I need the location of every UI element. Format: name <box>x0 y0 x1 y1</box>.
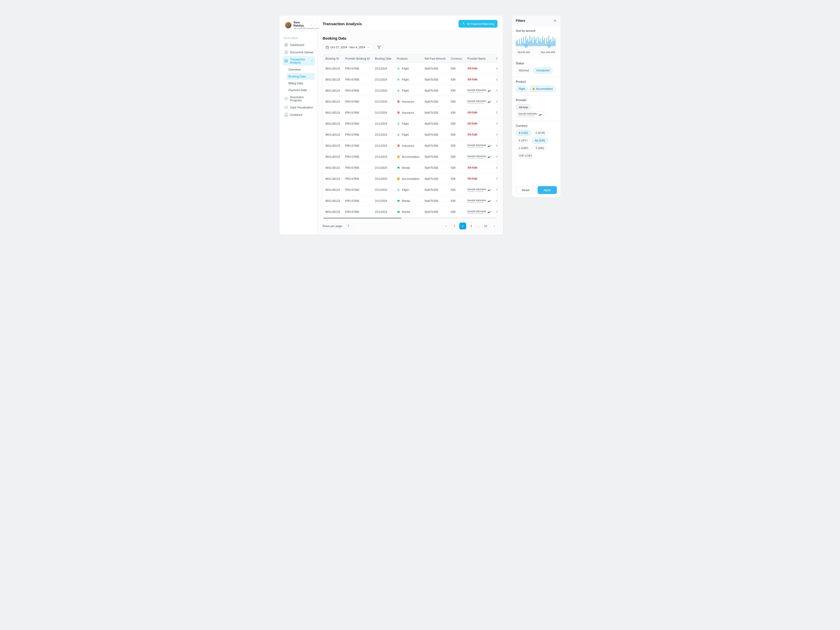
cell-booking-date: 2/11/2024 <box>372 151 394 162</box>
col-currency[interactable]: Currency <box>448 54 465 63</box>
flight-icon <box>396 122 400 125</box>
col-provider-booking-id[interactable]: Provider Booking ID <box>343 54 372 63</box>
cell-provider: AirAsia <box>465 118 494 129</box>
cell-product: Flight <box>394 129 422 140</box>
subnav-payment-data[interactable]: Payment Data <box>286 87 315 93</box>
chip-inr[interactable]: ₹ (INR) <box>533 145 547 151</box>
apply-button[interactable]: Apply <box>538 186 557 194</box>
col-products[interactable]: Products <box>394 54 422 63</box>
col-extra[interactable]: F <box>494 54 497 63</box>
chip-accomodation[interactable]: Accomodation <box>529 86 556 92</box>
provider-label: Provider <box>516 98 557 102</box>
cell-net-fare: Rp879.000 <box>422 173 448 184</box>
nav-label: Resolution Progress <box>290 96 313 102</box>
cell-extra: C <box>494 74 497 85</box>
filter-actions: Reset Apply <box>512 183 561 197</box>
filters-header: Filters <box>512 16 561 26</box>
reset-button[interactable]: Reset <box>516 186 535 194</box>
nav-transaction-analysis[interactable]: Transaction Analysis <box>283 56 315 66</box>
cell-provider-booking-id: PRV-67890 <box>343 184 372 195</box>
cell-product: Accomodation <box>394 173 422 184</box>
svg-rect-2 <box>286 45 287 46</box>
cell-provider-booking-id: PRV-67890 <box>343 129 372 140</box>
flight-icon <box>396 133 400 136</box>
ai-button-label: AI Powered Matching <box>467 22 494 25</box>
svg-rect-3 <box>285 45 286 46</box>
table-row: BKG-00123PRV-678902/11/2024FlightRp879.0… <box>323 129 497 140</box>
chip-garuda[interactable]: Garuda IndonesiaThe Airline of Indonesia <box>516 112 545 118</box>
cell-net-fare: Rp879.000 <box>422 195 448 206</box>
sidebar: Sara Natalya saranath@example.com MAIN M… <box>279 16 317 235</box>
col-booking-date[interactable]: Booking Date <box>372 54 394 63</box>
pagination: 1 2 3 ... 10 <box>442 223 497 229</box>
cell-booking-date: 2/11/2024 <box>372 118 394 129</box>
subnav-overview[interactable]: Overview <box>286 66 315 73</box>
cell-provider-booking-id: PRV-67890 <box>343 151 372 162</box>
cell-currency: IDR <box>448 173 465 184</box>
page-2-button[interactable]: 2 <box>459 223 466 229</box>
nav-document-upload[interactable]: Document Upload <box>283 49 315 56</box>
filter-button[interactable] <box>375 44 383 51</box>
subnav-booking-data[interactable]: Booking Data <box>286 73 315 80</box>
flight-icon <box>396 89 400 92</box>
cell-product: Insurance <box>394 140 422 151</box>
chip-flight[interactable]: Flight <box>516 86 528 92</box>
cell-booking-id: BKG-00123 <box>323 63 343 74</box>
cell-extra: C <box>494 151 497 162</box>
rows-per-page-select[interactable]: 7 <box>345 223 354 229</box>
cell-provider: Garuda IndonesiaThe Airline of Indonesia <box>465 96 494 107</box>
close-icon[interactable] <box>553 19 557 22</box>
cell-booking-id: BKG-00123 <box>323 118 343 129</box>
chip-eur[interactable]: € (EUR) <box>533 130 548 136</box>
page-3-button[interactable]: 3 <box>468 223 475 229</box>
subnav: Overview Booking Data Billing Data Payme… <box>283 66 315 93</box>
nav-data-visualization[interactable]: Data Visualization <box>283 104 315 111</box>
page-last-button[interactable]: 10 <box>482 223 489 229</box>
chip-gbp[interactable]: £ (GBP) <box>516 145 531 151</box>
subnav-billing-data[interactable]: Billing Data <box>286 80 315 87</box>
page-1-button[interactable]: 1 <box>451 223 458 229</box>
svg-rect-22 <box>399 157 399 157</box>
horizontal-scrollbar[interactable] <box>323 217 497 219</box>
page-ellipsis: ... <box>476 224 481 227</box>
cell-provider: AirAsia <box>465 63 494 74</box>
chip-jpy[interactable]: ¥ (JPY) <box>516 137 530 144</box>
svg-rect-0 <box>285 44 286 45</box>
toolbar: Oct 27, 2024 - Nov 4, 2024 <box>323 44 497 51</box>
currency-label: Currency <box>516 124 557 127</box>
nav-guidance[interactable]: Guidance <box>283 111 315 118</box>
cell-provider: Garuda IndonesiaThe Airline of Indonesia <box>465 151 494 162</box>
col-provider-name[interactable]: Provider Name <box>465 54 494 63</box>
cell-net-fare: Rp879.000 <box>422 206 448 217</box>
page-next-button[interactable] <box>491 223 497 229</box>
rows-per-page-value: 7 <box>347 224 349 227</box>
page-title: Transaction Analysis <box>323 22 362 26</box>
table-row: BKG-00123PRV-678902/11/2024RentalRp879.0… <box>323 206 497 217</box>
cell-extra: C <box>494 195 497 206</box>
provider-airasia: AirAsia <box>467 122 477 125</box>
cell-net-fare: Rp879.000 <box>422 151 448 162</box>
amount-max-input[interactable] <box>539 49 557 55</box>
chip-idr[interactable]: Rp (IDR) <box>532 137 548 144</box>
chip-unmatched[interactable]: Unmatched <box>533 68 552 74</box>
nav-label: Document Upload <box>290 51 313 54</box>
user-card[interactable]: Sara Natalya saranath@example.com <box>283 19 315 32</box>
cell-extra: C <box>494 173 497 184</box>
date-range-button[interactable]: Oct 27, 2024 - Nov 4, 2024 <box>323 44 373 51</box>
col-booking-id[interactable]: Booking ID <box>323 54 343 63</box>
nav-dashboard[interactable]: Dashboard <box>283 41 315 48</box>
cell-net-fare: Rp879.000 <box>422 184 448 195</box>
page-prev-button[interactable] <box>442 223 449 229</box>
chip-usd[interactable]: $ (USD) <box>516 130 531 136</box>
amount-min-input[interactable] <box>516 49 534 55</box>
amount-histogram[interactable] <box>516 35 557 46</box>
cell-provider: Garuda IndonesiaThe Airline of Indonesia <box>465 85 494 96</box>
ai-matching-button[interactable]: AI Powered Matching <box>459 20 497 28</box>
cell-provider-booking-id: PRV-67890 <box>343 107 372 118</box>
user-name: Sara Natalya <box>294 21 307 27</box>
chip-airasia[interactable]: AirAsia <box>516 104 531 110</box>
chip-matched[interactable]: Matched <box>516 68 532 74</box>
chip-chf[interactable]: CHF (CHF) <box>516 153 535 159</box>
col-net-fare[interactable]: Net Fare Amount <box>422 54 448 63</box>
nav-resolution-progress[interactable]: Resolution Progress <box>283 94 315 103</box>
